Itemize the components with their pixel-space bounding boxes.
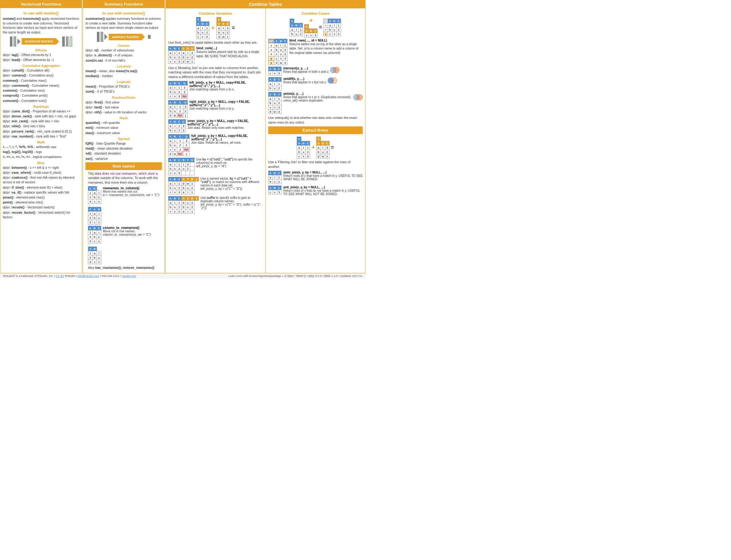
bind-rows-fn-desc: bind_rows(…, .id = NULL) Returns tables …	[289, 39, 363, 55]
anti-join-entry: ABC cv3 anti_join(x, y, by = NULL, …) Re…	[268, 186, 363, 196]
setequal-note: Use setequal() to test whether two data …	[268, 116, 363, 125]
anti-join-table: ABC cv3	[268, 186, 282, 195]
left-join-entry: ABCD at13 bu22 cv3NA left_join(x, y, by …	[168, 81, 263, 98]
full-join-table: ABCD at13 bu22 cv3NA dwNA1	[168, 134, 190, 156]
inner-join-entry: ABCD at13 bu22 inner_join(x, y, by = NUL…	[168, 119, 263, 133]
min-item: min() - minimum value	[85, 125, 162, 130]
col1-subtitle: to use with mutate()	[3, 11, 79, 15]
col-vectorized: Vectorized Functions to use with mutate(…	[0, 0, 82, 273]
semi-join-desc: semi_join(x, y, by = NULL, …) Return row…	[283, 171, 363, 181]
percent-rank-item: dplyr: percent_rank() - min_rank scaled …	[3, 129, 79, 134]
cummin-item: cummin() - Cumulative min()	[3, 88, 79, 93]
arith-item: +, -, *, /, ^, %/%, %% - arithmetic ops	[3, 145, 79, 149]
semi-join-table: ABC at1 bu2	[268, 171, 282, 184]
position-title: Position/Order	[85, 96, 162, 99]
bind-rows-diagram: x ABC at1 bu2 + y ABC cv3	[268, 17, 363, 37]
combine-cases-col: Combine Cases x ABC at1 bu2 + y	[266, 8, 365, 273]
cummean-item: dplyr: cummean() - Cumulative mean()	[3, 83, 79, 88]
plus-sign-2: +	[309, 17, 313, 24]
rownames-to-col-desc: rownames_to_column() Move row names into…	[103, 186, 160, 197]
n-item: dplyr: n() - number of values/rows	[85, 48, 162, 53]
by-note1-tables: ABCBYD at1t3 bu2u2 cv3	[168, 158, 195, 175]
filter-y-table: y ABC at3 bu2 dw1	[316, 137, 330, 159]
plus-sign-3: +	[311, 144, 315, 151]
row-number-item: dplyr: row_number() - rank with ties = "…	[3, 134, 79, 139]
combine-variables-col: Combine Variables x ABC at1 bu2 cv3 + y	[166, 8, 266, 273]
inner-join-table: ABCD at13 bu22	[168, 119, 186, 133]
combine-vars-title: Combine Variables	[168, 11, 263, 16]
by-note2-desc: Use a named vector, by = c("col1" = "col…	[200, 177, 263, 190]
logicals-title: Logicals	[85, 80, 162, 84]
bind-cols-result-table: ABCARD at1at3 bu2bu2 cv3dw1	[168, 46, 195, 64]
rownames-to-col-entry: AB 1at 2bu 3cv → CAB 1at 2bu 3cv	[88, 186, 160, 225]
case-when-item: dplyr: case_when() - multi-case if_else(…	[3, 170, 79, 175]
bind-cols-table-y: y ABD at3 bu2 dw1	[217, 17, 230, 39]
median-item: median() - median	[85, 74, 162, 78]
eq-sign-1: =	[232, 25, 235, 31]
combine-cases-title: Combine Cases	[268, 11, 363, 16]
spread-title: Spread	[85, 137, 162, 141]
coalesce-item: dplyr: coalesce() - first non-NA values …	[3, 175, 79, 185]
bind-cols-table-x: x ABC at1 bu2 cv3	[196, 17, 209, 39]
dense-rank-item: dplyr: dense_rank() - rank with ties = m…	[3, 114, 79, 119]
suffix-note-entry: ABCA2B2 at1bu2 bu2bu2 cv3at1 Use suffix …	[168, 196, 263, 214]
union-table: ABC at1 bu2 cv3 dw4	[268, 92, 282, 114]
suffix-table: ABCA2B2 at1bu2 bu2bu2 cv3at1	[168, 196, 199, 214]
by-note2-entry: ABCA7By at1dw1 bu2bu2 cv3at1 Use a named…	[168, 177, 263, 195]
col1-body: to use with mutate() mutate() and transm…	[0, 8, 82, 221]
left-join-table: ABCD at13 bu22 cv3NA	[168, 81, 188, 98]
col1-intro: mutate() and transmute() apply vectorize…	[3, 16, 79, 35]
col-to-rownames-desc: column_to_rownames() Move col in row nam…	[103, 226, 151, 236]
bind-cols-fn-desc: bind_cols(…) Returns tables placed side …	[196, 46, 263, 59]
anti-join-desc: anti_join(x, y, by = NULL, …) Return row…	[283, 186, 363, 196]
counts-title: Counts	[85, 44, 162, 47]
full-join-entry: ABCD at13 bu22 cv3NA dwNA1 full_join(x, …	[168, 134, 263, 156]
semi-join-entry: ABC at1 bu2 semi_join(x, y, by = NULL, ……	[268, 171, 363, 184]
extract-rows-body: x ABC at1 bu2 cv3 + y ABC at3	[268, 134, 363, 198]
bind-rows-result: ABC xat1 xbu2 ycv3	[323, 19, 341, 36]
min-rank-item: dplyr: min_rank() - rank with ties = min	[3, 119, 79, 124]
combine-tables-content: Combine Variables x ABC at1 bu2 cv3 + y	[166, 8, 365, 273]
max-item: max() - maximum value	[85, 131, 162, 135]
rankings-title: Rankings	[3, 105, 79, 108]
setdiff-fn-desc: setdiff(x, y, …) Rows that appear in x b…	[283, 77, 337, 84]
inner-join-desc: inner_join(x, y, by = NULL, copy = FALSE…	[187, 119, 263, 129]
cumulative-title: Cumulative Aggregates	[3, 64, 79, 68]
recode-item: dplyr: recode() - Vectorized switch()	[3, 205, 79, 210]
col-combine: Combine Tables Combine Variables x ABC a…	[165, 0, 365, 273]
by-note1-entry: ABCBYD at1t3 bu2u2 cv3 Use by = c("col1"…	[168, 158, 263, 175]
mean-logical-item: mean() - Proportion of TRUE's	[85, 84, 162, 89]
offsets-title: Offsets	[3, 48, 79, 52]
rownames-intro: Tidy data does not use rownames, which s…	[88, 171, 160, 185]
footer-left: RStudio® is a trademark of RStudio, Inc.…	[3, 274, 136, 278]
bind-cols-result: ABCARD at1at3 bu2bu2 cv3dw1 bind_cols(…)…	[168, 46, 263, 64]
combine-tables-header: Combine Tables	[166, 0, 365, 8]
logical-ops-item: <, <=, >, >=, !=, == - logical compariso…	[3, 155, 79, 159]
mean-item: mean() - mean, also mean(!is.na())	[85, 69, 162, 73]
setdiff-table: ABC at1 bu2	[268, 77, 282, 90]
filtering-join-intro: Use a 'Filtering Join' to filter one tab…	[268, 160, 363, 169]
if-else-item: dplyr: if_else() - element-wise if() + e…	[3, 185, 79, 190]
math-title: Math	[3, 140, 79, 144]
right-join-entry: ABCD at13 bu22 dwNA1 right_join(x, y, by…	[168, 100, 263, 118]
bind-rows-desc-row: DFABC xat1 xbu2 xcv3 ycv3 ydw4 bind_rows…	[268, 39, 363, 65]
bind-rows-table-y: y ABC cv3	[304, 24, 317, 37]
intersect-fn-desc: intersect(x, y, …) Rows that appear in b…	[283, 67, 340, 73]
mad-item: mad() - mean absolute deviation	[85, 146, 162, 151]
col-summary: Summary Functions to use with summarise(…	[83, 0, 165, 273]
summary-diagram: summary function	[85, 32, 162, 42]
col2-header: Summary Functions	[83, 0, 164, 8]
cumprod-item: cumprod() - Cumulative prod()	[3, 93, 79, 98]
bind-rows-id-table: DFABC xat1 xbu2 xcv3 ycv3 ydw4	[268, 39, 288, 65]
sum-isna-item: sum(iis.na) - # of non-NA's	[85, 58, 162, 63]
col2-body: to use with summarise() summarise() appl…	[83, 8, 164, 273]
cumany-item: dplyr: cumany() - Cumulative any()	[3, 73, 79, 78]
right-join-desc: right_join(x, y, by = NULL, copy = FALSE…	[189, 100, 263, 110]
iqr-item: IQR() - Inter-Quartile Range	[85, 141, 162, 146]
filter-join-diagram: x ABC at1 bu2 cv3 + y ABC at3	[268, 137, 363, 159]
suffix-note-desc: Use suffix to specify suffix to give to …	[200, 196, 263, 210]
full-join-desc: full_join(x, y, by = NULL, copy=FALSE, s…	[191, 134, 263, 144]
ntile-item: dplyr: ntile() - bins into n bins	[3, 124, 79, 129]
between-item: dplyr: between() - x >= left & x <= righ…	[3, 165, 79, 170]
col2-subtitle: to use with summarise()	[85, 11, 162, 15]
